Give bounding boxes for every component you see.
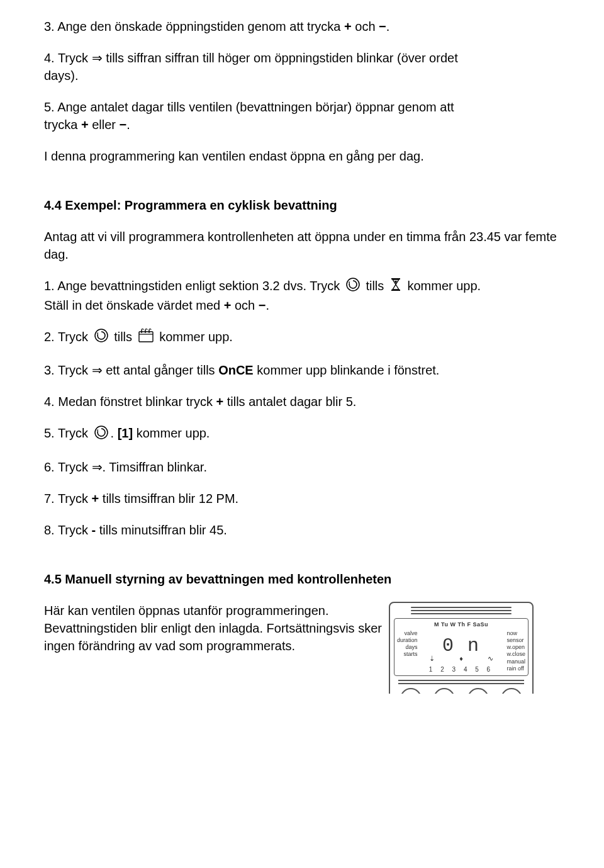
plus-symbol: + bbox=[344, 20, 352, 33]
text: ett antal gånger tills bbox=[106, 363, 215, 377]
lcd-screen: M Tu W Th F SaSu valve duration days sta… bbox=[394, 618, 528, 676]
text: . bbox=[386, 20, 390, 33]
lcd-station-numbers: 1 2 3 4 5 6 bbox=[394, 665, 528, 674]
speaker-grille-icon bbox=[394, 607, 528, 614]
device-cycle-button: ↻ bbox=[400, 688, 422, 694]
bracket-one: [1] bbox=[118, 426, 133, 440]
heading-4-4: 4.4 Exempel: Programmera en cyklisk beva… bbox=[44, 196, 560, 214]
text: tills minutsiffran blir 45. bbox=[99, 523, 227, 537]
arrow-icon: ⇒ bbox=[92, 51, 103, 65]
arrow-icon: ⇒ bbox=[92, 460, 103, 474]
text: 4. Tryck bbox=[44, 51, 88, 65]
manual-control-text: Här kan ventilen öppnas utanför programm… bbox=[44, 602, 409, 655]
text: eller bbox=[92, 118, 116, 132]
svg-point-0 bbox=[347, 278, 359, 291]
cycle-icon bbox=[94, 425, 109, 444]
text: 2. Tryck bbox=[44, 330, 88, 344]
ex-step-4: 4. Medan fönstret blinkar tryck + tills … bbox=[44, 393, 560, 410]
lcd-days-row: M Tu W Th F SaSu bbox=[394, 621, 528, 629]
ex-step-6: 6. Tryck ⇒. Timsiffran blinkar. bbox=[44, 458, 560, 476]
minus-symbol: − bbox=[120, 118, 127, 132]
lcd-mid-icons: ⇣ ♦ ∿ bbox=[394, 654, 528, 663]
svg-point-5 bbox=[95, 426, 108, 439]
text: . bbox=[111, 426, 115, 440]
device-figure: M Tu W Th F SaSu valve duration days sta… bbox=[389, 602, 534, 694]
plus-symbol: + bbox=[224, 298, 232, 312]
text: . bbox=[126, 118, 130, 132]
text: 5. Tryck bbox=[44, 426, 88, 440]
text: tills timsiffran blir 12 PM. bbox=[103, 492, 238, 505]
text: 7. Tryck bbox=[44, 492, 88, 505]
plus-symbol: + bbox=[92, 492, 99, 505]
ex-step-3: 3. Tryck ⇒ ett antal gånger tills OnCE k… bbox=[44, 361, 560, 379]
once-label: OnCE bbox=[218, 363, 254, 377]
cycle-icon bbox=[345, 277, 361, 296]
device-plus-button: + bbox=[467, 688, 489, 694]
text: 4. Medan fönstret blinkar tryck bbox=[44, 395, 213, 409]
device-minus-button: − bbox=[433, 688, 455, 694]
ex-step-2: 2. Tryck tills kommer upp. bbox=[44, 328, 560, 347]
minus-symbol: - bbox=[92, 523, 96, 537]
text: 1. Ange bevattningstiden enligt sektion … bbox=[44, 279, 340, 293]
text: 6. Tryck bbox=[44, 460, 88, 474]
arrow-icon: ⇒ bbox=[92, 363, 103, 377]
text: tills siffran siffran till höger om öppn… bbox=[106, 51, 458, 65]
text: . Timsiffran blinkar. bbox=[103, 460, 207, 474]
text: kommer upp. bbox=[159, 330, 233, 344]
hourglass-icon bbox=[389, 277, 402, 296]
text: tills antalet dagar blir 5. bbox=[227, 395, 357, 409]
text: 3. Ange den önskade öppningstiden genom … bbox=[44, 20, 340, 33]
svg-rect-4 bbox=[139, 332, 153, 342]
text: trycka bbox=[44, 118, 77, 132]
heading-4-5: 4.5 Manuell styrning av bevattningen med… bbox=[44, 570, 560, 588]
step-3: 3. Ange den önskade öppningstiden genom … bbox=[44, 18, 560, 35]
text: Ställ in det önskade värdet med bbox=[44, 298, 220, 312]
device-panel: M Tu W Th F SaSu valve duration days sta… bbox=[389, 602, 534, 694]
text: 3. Tryck bbox=[44, 363, 88, 377]
cycle-icon bbox=[94, 328, 109, 347]
minus-symbol: − bbox=[259, 298, 266, 312]
text: kommer upp blinkande i fönstret. bbox=[257, 363, 439, 377]
text: 8. Tryck bbox=[44, 523, 88, 537]
svg-point-3 bbox=[95, 329, 108, 342]
step-5: 5. Ange antalet dagar tills ventilen (be… bbox=[44, 98, 560, 133]
device-arrow-button: ⇒ bbox=[501, 688, 522, 694]
text: och bbox=[355, 20, 375, 33]
example-intro: Antag att vi vill programmera kontrollen… bbox=[44, 228, 560, 263]
ex-step-5: 5. Tryck . [1] kommer upp. bbox=[44, 424, 560, 444]
text: 5. Ange antalet dagar tills ventilen (be… bbox=[44, 100, 454, 114]
step-4: 4. Tryck ⇒ tills siffran siffran till hö… bbox=[44, 49, 560, 84]
text: kommer upp. bbox=[407, 279, 481, 293]
text: . bbox=[266, 298, 269, 312]
ex-step-1: 1. Ange bevattningstiden enligt sektion … bbox=[44, 277, 560, 314]
note-one-per-day: I denna programmering kan ventilen endas… bbox=[44, 147, 560, 165]
ex-step-7: 7. Tryck + tills timsiffran blir 12 PM. bbox=[44, 490, 560, 507]
device-button-row: ↻ − + ⇒ bbox=[394, 688, 528, 694]
divider-icon bbox=[394, 680, 528, 684]
text: och bbox=[235, 298, 255, 312]
calendar-icon bbox=[138, 328, 154, 347]
text: kommer upp. bbox=[137, 426, 210, 440]
text: tills bbox=[366, 279, 384, 293]
text: tills bbox=[114, 330, 132, 344]
text: days). bbox=[44, 69, 78, 82]
plus-symbol: + bbox=[216, 395, 223, 409]
minus-symbol: − bbox=[379, 20, 386, 33]
plus-symbol: + bbox=[81, 118, 89, 132]
ex-step-8: 8. Tryck - tills minutsiffran blir 45. bbox=[44, 521, 560, 539]
